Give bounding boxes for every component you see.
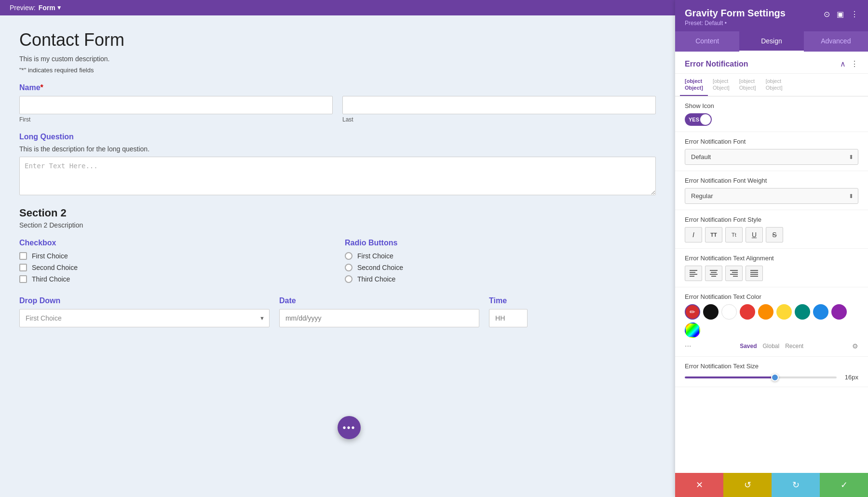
checkbox-group: Checkbox First Choice Second Choice Thir… (19, 239, 330, 287)
color-tab-saved[interactable]: Saved (740, 343, 757, 349)
date-group: Date (279, 296, 479, 327)
align-right[interactable] (725, 266, 743, 281)
font-weight-select[interactable]: Regular (685, 188, 858, 204)
checkbox-item-1[interactable]: First Choice (19, 252, 330, 260)
color-purple[interactable] (831, 304, 847, 320)
color-red[interactable] (740, 304, 755, 320)
font-weight-select-wrap: Regular (685, 188, 858, 204)
font-row: Error Notification Font Default (675, 132, 868, 171)
checkbox-2[interactable] (19, 264, 27, 271)
svg-rect-0 (690, 270, 697, 271)
alignment-buttons (685, 266, 858, 281)
settings-icon-more[interactable]: ⋮ (851, 10, 858, 19)
name-label: Name* (19, 83, 656, 92)
radio-label: Radio Buttons (345, 239, 656, 247)
long-question-textarea[interactable]: Enter Text Here... (19, 157, 656, 195)
first-name-input[interactable] (19, 96, 333, 114)
obj-tab-2[interactable]: [objectObject] (708, 74, 734, 96)
font-style-row: Error Notification Font Style I TT Tt U … (675, 210, 868, 249)
fab-icon: ••• (342, 422, 355, 433)
font-label: Error Notification Font (685, 138, 858, 145)
section2-title: Section 2 (19, 207, 656, 219)
dropdown-label: Drop Down (19, 296, 270, 305)
color-white[interactable] (721, 304, 737, 320)
toggle-thumb (700, 114, 711, 125)
color-custom-red[interactable]: ✏ (685, 304, 700, 320)
font-select[interactable]: Default (685, 149, 858, 165)
time-input[interactable] (489, 309, 528, 327)
radio-3[interactable] (345, 275, 353, 283)
date-input[interactable] (279, 309, 479, 327)
svg-rect-8 (730, 270, 738, 271)
last-name-input[interactable] (342, 96, 656, 114)
show-icon-toggle[interactable]: YES (685, 113, 712, 126)
color-settings-icon[interactable]: ⚙ (852, 342, 858, 350)
error-notification-section: Error Notification ∧ ⋮ (675, 52, 868, 74)
color-black[interactable] (703, 304, 719, 320)
color-tab-recent[interactable]: Recent (785, 343, 803, 349)
color-tab-global[interactable]: Global (762, 343, 779, 349)
obj-tab-4[interactable]: [objectObject] (761, 74, 787, 96)
color-green[interactable] (795, 304, 810, 320)
tab-design[interactable]: Design (739, 31, 803, 52)
form-description: This is my custom description. (19, 55, 656, 63)
svg-rect-14 (750, 274, 758, 275)
settings-icon-layout[interactable]: ▣ (837, 10, 844, 19)
error-notification-collapse[interactable]: ∧ (840, 59, 846, 68)
date-label: Date (279, 296, 479, 305)
form-dropdown-arrow[interactable]: ▼ (56, 4, 62, 11)
tab-content[interactable]: Content (675, 31, 739, 52)
text-size-slider[interactable] (685, 376, 837, 378)
show-icon-label: Show Icon (685, 102, 858, 109)
checkbox-item-3[interactable]: Third Choice (19, 275, 330, 283)
svg-rect-3 (690, 276, 694, 277)
form-label[interactable]: Form (39, 4, 55, 12)
time-group: Time (489, 296, 656, 327)
checkbox-3[interactable] (19, 275, 27, 283)
obj-tab-1[interactable]: [objectObject] (680, 74, 708, 96)
color-blue[interactable] (813, 304, 828, 320)
svg-rect-2 (690, 274, 697, 275)
font-style-capitalize[interactable]: Tt (725, 227, 743, 242)
checkbox-choice-2-label: Second Choice (32, 264, 78, 271)
color-yellow[interactable] (776, 304, 792, 320)
color-orange[interactable] (758, 304, 773, 320)
first-sublabel: First (19, 116, 333, 123)
align-justify[interactable] (746, 266, 763, 281)
font-style-strikethrough[interactable]: S (766, 227, 783, 242)
show-icon-row: Show Icon YES (675, 96, 868, 132)
svg-rect-12 (750, 270, 758, 271)
color-row-bottom: ··· Saved Global Recent ⚙ (685, 342, 858, 350)
radio-item-2[interactable]: Second Choice (345, 264, 656, 271)
cancel-button[interactable]: ✕ (675, 473, 723, 497)
dropdown-select[interactable]: First Choice Second Choice Third Choice (19, 309, 270, 327)
settings-icon-camera[interactable]: ⊙ (824, 10, 830, 19)
redo-button[interactable]: ↻ (772, 473, 820, 497)
radio-2[interactable] (345, 264, 353, 271)
align-left[interactable] (685, 266, 702, 281)
tab-advanced[interactable]: Advanced (804, 31, 868, 52)
radio-1[interactable] (345, 252, 353, 260)
radio-choice-1-label: First Choice (357, 252, 393, 260)
undo-button[interactable]: ↺ (723, 473, 772, 497)
font-style-uppercase[interactable]: TT (705, 227, 722, 242)
align-center[interactable] (705, 266, 722, 281)
checkbox-1[interactable] (19, 252, 27, 260)
save-icon: ✓ (841, 480, 848, 490)
last-name-field: Last (342, 96, 656, 123)
font-style-underline[interactable]: U (746, 227, 763, 242)
obj-tab-3[interactable]: [objectObject] (734, 74, 761, 96)
text-color-row: Error Notification Text Color ✏ (675, 287, 868, 357)
checkbox-item-2[interactable]: Second Choice (19, 264, 330, 271)
toggle-label: YES (689, 117, 699, 122)
save-button[interactable]: ✓ (820, 473, 868, 497)
redo-icon: ↻ (792, 480, 800, 490)
radio-item-3[interactable]: Third Choice (345, 275, 656, 283)
svg-rect-13 (750, 272, 758, 273)
color-gradient[interactable] (685, 322, 700, 338)
color-more-dots[interactable]: ··· (685, 342, 691, 350)
error-notification-more[interactable]: ⋮ (851, 59, 858, 68)
font-style-italic[interactable]: I (685, 227, 702, 242)
radio-item-1[interactable]: First Choice (345, 252, 656, 260)
fab-button[interactable]: ••• (338, 416, 361, 439)
